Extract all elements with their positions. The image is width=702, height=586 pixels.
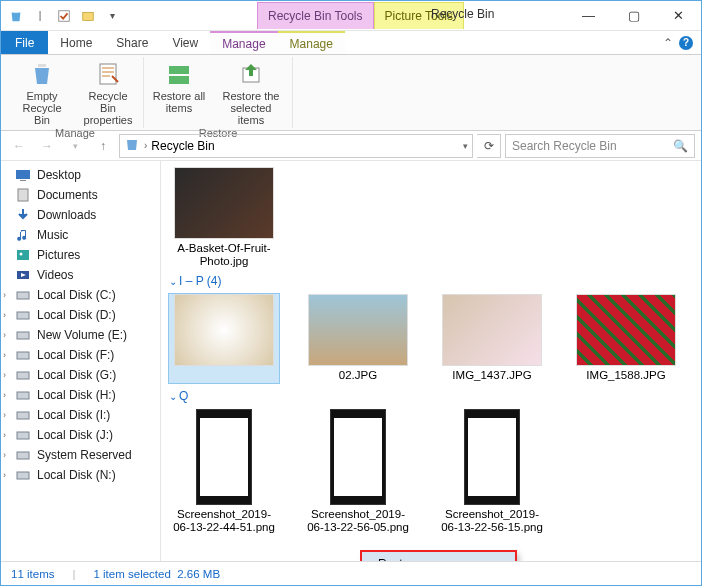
document-icon xyxy=(15,187,31,203)
explorer-body: Desktop Documents Downloads Music Pictur… xyxy=(1,161,701,561)
maximize-button[interactable]: ▢ xyxy=(611,1,656,29)
nav-label: Local Disk (H:) xyxy=(37,388,116,402)
qa-check-icon[interactable] xyxy=(53,5,75,27)
empty-recycle-bin-button[interactable]: Empty Recycle Bin xyxy=(13,59,71,126)
expand-icon[interactable]: › xyxy=(3,450,6,460)
file-item[interactable]: IMG_1588.JPG xyxy=(571,294,681,382)
svg-rect-17 xyxy=(17,332,29,339)
recycle-bin-tools-tab[interactable]: Recycle Bin Tools xyxy=(257,2,374,29)
svg-rect-12 xyxy=(17,250,29,260)
file-item[interactable]: Screenshot_2019-06-13-22-56-15.png xyxy=(437,409,547,534)
nav-local-i[interactable]: ›Local Disk (I:) xyxy=(1,405,160,425)
home-tab[interactable]: Home xyxy=(48,31,104,54)
recycle-bin-icon[interactable] xyxy=(5,5,27,27)
file-item[interactable]: Screenshot_2019-06-13-22-56-05.png xyxy=(303,409,413,534)
expand-icon[interactable]: › xyxy=(3,470,6,480)
thumbnail xyxy=(174,167,274,239)
expand-icon[interactable]: › xyxy=(3,290,6,300)
history-dropdown[interactable]: ▾ xyxy=(63,134,87,158)
nav-documents[interactable]: Documents xyxy=(1,185,160,205)
nav-label: Local Disk (J:) xyxy=(37,428,113,442)
refresh-button[interactable]: ⟳ xyxy=(477,134,501,158)
nav-local-n[interactable]: ›Local Disk (N:) xyxy=(1,465,160,485)
nav-desktop[interactable]: Desktop xyxy=(1,165,160,185)
svg-rect-21 xyxy=(17,412,29,419)
nav-local-h[interactable]: ›Local Disk (H:) xyxy=(1,385,160,405)
file-item[interactable]: Screenshot_2019-06-13-22-44-51.png xyxy=(169,409,279,534)
window-title: Recycle Bin xyxy=(431,7,494,21)
file-name: 02.JPG xyxy=(339,369,377,382)
nav-local-g[interactable]: ›Local Disk (G:) xyxy=(1,365,160,385)
expand-icon[interactable]: › xyxy=(3,330,6,340)
restore-selected-icon xyxy=(235,59,267,89)
close-button[interactable]: ✕ xyxy=(656,1,701,29)
context-restore[interactable]: Restore xyxy=(362,552,515,561)
nav-label: Downloads xyxy=(37,208,96,222)
address-dropdown-icon[interactable]: ▾ xyxy=(463,141,468,151)
expand-icon[interactable]: › xyxy=(3,310,6,320)
nav-pictures[interactable]: Pictures xyxy=(1,245,160,265)
file-item[interactable]: IMG_1437.JPG xyxy=(437,294,547,382)
breadcrumb-location[interactable]: Recycle Bin xyxy=(151,139,214,153)
properties-icon xyxy=(92,59,124,89)
navigation-pane[interactable]: Desktop Documents Downloads Music Pictur… xyxy=(1,161,161,561)
nav-local-c[interactable]: ›Local Disk (C:) xyxy=(1,285,160,305)
music-icon xyxy=(15,227,31,243)
svg-rect-3 xyxy=(100,64,116,84)
file-tab[interactable]: File xyxy=(1,31,48,54)
restore-all-label: Restore all items xyxy=(150,90,208,114)
restore-all-button[interactable]: Restore all items xyxy=(150,59,208,126)
search-box[interactable]: Search Recycle Bin 🔍 xyxy=(505,134,695,158)
qa-sep: | xyxy=(29,5,51,27)
nav-music[interactable]: Music xyxy=(1,225,160,245)
qa-folder-icon[interactable] xyxy=(77,5,99,27)
svg-rect-9 xyxy=(16,170,30,179)
manage-tab-2[interactable]: Manage xyxy=(278,31,345,54)
group-header-i-p[interactable]: ⌄I – P (4) xyxy=(169,274,693,288)
nav-label: New Volume (E:) xyxy=(37,328,127,342)
help-icon[interactable]: ? xyxy=(679,36,693,50)
qa-dropdown-icon[interactable]: ▾ xyxy=(101,5,123,27)
thumbnail xyxy=(174,294,274,366)
ribbon-expand-icon[interactable]: ⌃ xyxy=(663,36,673,50)
minimize-button[interactable]: — xyxy=(566,1,611,29)
chevron-down-icon: ⌄ xyxy=(169,391,177,402)
expand-icon[interactable]: › xyxy=(3,390,6,400)
file-item[interactable]: A-Basket-Of-Fruit-Photo.jpg xyxy=(169,167,279,268)
expand-icon[interactable]: › xyxy=(3,410,6,420)
expand-icon[interactable]: › xyxy=(3,350,6,360)
file-item[interactable]: 02.JPG xyxy=(303,294,413,382)
recycle-bin-properties-button[interactable]: Recycle Bin properties xyxy=(79,59,137,126)
file-item-selected[interactable] xyxy=(169,294,279,382)
svg-rect-18 xyxy=(17,352,29,359)
chevron-down-icon: ⌄ xyxy=(169,276,177,287)
expand-icon[interactable]: › xyxy=(3,370,6,380)
download-icon xyxy=(15,207,31,223)
file-name: Screenshot_2019-06-13-22-56-15.png xyxy=(437,508,547,534)
nav-downloads[interactable]: Downloads xyxy=(1,205,160,225)
back-button[interactable]: ← xyxy=(7,134,31,158)
address-box[interactable]: › Recycle Bin ▾ xyxy=(119,134,473,158)
group-header-q[interactable]: ⌄Q xyxy=(169,389,693,403)
disk-icon xyxy=(15,287,31,303)
nav-new-volume-e[interactable]: ›New Volume (E:) xyxy=(1,325,160,345)
nav-videos[interactable]: Videos xyxy=(1,265,160,285)
manage-tab-1[interactable]: Manage xyxy=(210,31,277,54)
disk-icon xyxy=(15,467,31,483)
svg-rect-2 xyxy=(38,64,46,67)
share-tab[interactable]: Share xyxy=(104,31,160,54)
up-button[interactable]: ↑ xyxy=(91,134,115,158)
nav-label: Local Disk (F:) xyxy=(37,348,114,362)
nav-local-j[interactable]: ›Local Disk (J:) xyxy=(1,425,160,445)
svg-rect-11 xyxy=(18,189,28,201)
nav-local-d[interactable]: ›Local Disk (D:) xyxy=(1,305,160,325)
expand-icon[interactable]: › xyxy=(3,430,6,440)
content-pane[interactable]: A-Basket-Of-Fruit-Photo.jpg ⌄I – P (4) 0… xyxy=(161,161,701,561)
restore-selected-button[interactable]: Restore the selected items xyxy=(216,59,286,126)
forward-button[interactable]: → xyxy=(35,134,59,158)
nav-system-reserved[interactable]: ›System Reserved xyxy=(1,445,160,465)
nav-local-f[interactable]: ›Local Disk (F:) xyxy=(1,345,160,365)
breadcrumb-sep-icon: › xyxy=(144,140,147,151)
nav-label: System Reserved xyxy=(37,448,132,462)
view-tab[interactable]: View xyxy=(160,31,210,54)
